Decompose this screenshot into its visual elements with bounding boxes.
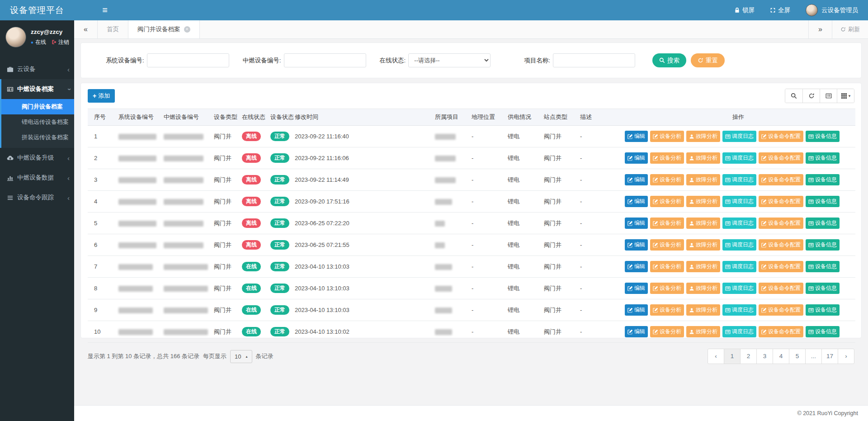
device-command-config-button[interactable]: 设备命令配置 bbox=[759, 326, 803, 337]
edit-button[interactable]: 编辑 bbox=[625, 326, 648, 337]
refresh-tab-button[interactable]: 刷新 bbox=[832, 20, 868, 38]
device-command-config-button[interactable]: 设备命令配置 bbox=[759, 152, 803, 164]
fault-analysis-button[interactable]: 故障分析 bbox=[686, 174, 720, 185]
page-button[interactable]: 2 bbox=[740, 349, 757, 364]
device-info-button[interactable]: 设备信息 bbox=[806, 196, 840, 207]
page-size-select[interactable]: 10 ▴ bbox=[230, 350, 252, 363]
device-info-button[interactable]: 设备信息 bbox=[806, 174, 840, 185]
page-button[interactable]: 3 bbox=[756, 349, 773, 364]
dispatch-log-button[interactable]: 调度日志 bbox=[722, 131, 756, 142]
page-button[interactable]: ... bbox=[805, 349, 822, 364]
edit-button[interactable]: 编辑 bbox=[625, 218, 648, 229]
user-menu[interactable]: 云设备管理员 bbox=[806, 4, 858, 16]
zr-device-no-input[interactable] bbox=[284, 53, 366, 67]
tab-home[interactable]: 首页 bbox=[98, 20, 128, 38]
device-analysis-button[interactable]: 设备分析 bbox=[650, 261, 684, 272]
device-info-button[interactable]: 设备信息 bbox=[806, 218, 840, 229]
edit-button[interactable]: 编辑 bbox=[625, 196, 648, 207]
table-columns-button[interactable]: ▾ bbox=[837, 89, 854, 103]
fault-analysis-button[interactable]: 故障分析 bbox=[686, 283, 720, 294]
device-analysis-button[interactable]: 设备分析 bbox=[650, 304, 684, 316]
dispatch-log-button[interactable]: 调度日志 bbox=[722, 261, 756, 272]
edit-button[interactable]: 编辑 bbox=[625, 304, 648, 316]
table-detail-view-button[interactable] bbox=[820, 89, 837, 103]
dispatch-log-button[interactable]: 调度日志 bbox=[722, 283, 756, 294]
fault-analysis-button[interactable]: 故障分析 bbox=[686, 218, 720, 229]
fault-analysis-button[interactable]: 故障分析 bbox=[686, 152, 720, 164]
tabs-scroll-left-button[interactable]: « bbox=[74, 20, 98, 38]
prev-page-button[interactable]: ‹ bbox=[708, 349, 724, 364]
device-analysis-button[interactable]: 设备分析 bbox=[650, 196, 684, 207]
page-button[interactable]: 17 bbox=[821, 349, 838, 364]
dispatch-log-button[interactable]: 调度日志 bbox=[722, 152, 756, 164]
dispatch-log-button[interactable]: 调度日志 bbox=[722, 239, 756, 251]
edit-button[interactable]: 编辑 bbox=[625, 174, 648, 185]
device-command-config-button[interactable]: 设备命令配置 bbox=[759, 283, 803, 294]
online-status-select[interactable]: --请选择-- bbox=[408, 53, 491, 67]
fault-analysis-button[interactable]: 故障分析 bbox=[686, 196, 720, 207]
add-button[interactable]: + 添加 bbox=[88, 89, 115, 103]
table-search-button[interactable] bbox=[785, 89, 802, 103]
close-tab-icon[interactable]: × bbox=[184, 26, 190, 33]
device-info-button[interactable]: 设备信息 bbox=[806, 239, 840, 251]
device-info-button[interactable]: 设备信息 bbox=[806, 261, 840, 272]
dispatch-log-button[interactable]: 调度日志 bbox=[722, 196, 756, 207]
sidebar-item[interactable]: 中燃设备升级‹ bbox=[0, 148, 74, 168]
search-button[interactable]: 搜索 bbox=[652, 53, 686, 67]
edit-button[interactable]: 编辑 bbox=[625, 131, 648, 142]
project-name-input[interactable] bbox=[553, 53, 635, 67]
device-analysis-button[interactable]: 设备分析 bbox=[650, 239, 684, 251]
table-refresh-button[interactable] bbox=[802, 89, 820, 103]
dispatch-log-button[interactable]: 调度日志 bbox=[722, 304, 756, 316]
device-command-config-button[interactable]: 设备命令配置 bbox=[759, 131, 803, 142]
sidebar-subitem[interactable]: 锂电远传设备档案 bbox=[1, 114, 74, 130]
device-analysis-button[interactable]: 设备分析 bbox=[650, 174, 684, 185]
next-page-button[interactable]: › bbox=[838, 349, 854, 364]
edit-button[interactable]: 编辑 bbox=[625, 239, 648, 251]
sidebar-item[interactable]: 中燃设备数据‹ bbox=[0, 168, 74, 188]
device-command-config-button[interactable]: 设备命令配置 bbox=[759, 239, 803, 251]
fullscreen-button[interactable]: 全屏 bbox=[770, 6, 790, 14]
fault-analysis-button[interactable]: 故障分析 bbox=[686, 239, 720, 251]
device-analysis-button[interactable]: 设备分析 bbox=[650, 326, 684, 337]
device-analysis-button[interactable]: 设备分析 bbox=[650, 131, 684, 142]
device-analysis-button[interactable]: 设备分析 bbox=[650, 283, 684, 294]
edit-button[interactable]: 编辑 bbox=[625, 261, 648, 272]
dispatch-log-button[interactable]: 调度日志 bbox=[722, 218, 756, 229]
sidebar-item[interactable]: 云设备‹ bbox=[0, 59, 74, 79]
sidebar-toggle-button[interactable]: ≡ bbox=[96, 0, 114, 20]
sidebar-item[interactable]: 设备命令跟踪‹ bbox=[0, 188, 74, 208]
device-command-config-button[interactable]: 设备命令配置 bbox=[759, 261, 803, 272]
device-info-button[interactable]: 设备信息 bbox=[806, 131, 840, 142]
fault-analysis-button[interactable]: 故障分析 bbox=[686, 131, 720, 142]
reset-button[interactable]: 重置 bbox=[691, 53, 725, 67]
sidebar-subitem[interactable]: 拼装远传设备档案 bbox=[1, 130, 74, 145]
sidebar-item[interactable]: 中燃设备档案‹ bbox=[0, 79, 74, 99]
device-command-config-button[interactable]: 设备命令配置 bbox=[759, 304, 803, 316]
dispatch-log-button[interactable]: 调度日志 bbox=[722, 326, 756, 337]
logout-link[interactable]: 注销 bbox=[52, 38, 69, 46]
lock-screen-button[interactable]: 锁屏 bbox=[734, 6, 755, 14]
tabs-scroll-right-button[interactable]: » bbox=[808, 20, 832, 38]
fault-analysis-button[interactable]: 故障分析 bbox=[686, 304, 720, 316]
page-button[interactable]: 4 bbox=[773, 349, 789, 364]
page-button[interactable]: 5 bbox=[789, 349, 806, 364]
device-command-config-button[interactable]: 设备命令配置 bbox=[759, 196, 803, 207]
dispatch-log-button[interactable]: 调度日志 bbox=[722, 174, 756, 185]
page-button[interactable]: 1 bbox=[724, 349, 741, 364]
fault-analysis-button[interactable]: 故障分析 bbox=[686, 326, 720, 337]
device-info-button[interactable]: 设备信息 bbox=[806, 283, 840, 294]
sidebar-subitem[interactable]: 阀门井设备档案 bbox=[1, 99, 74, 114]
device-info-button[interactable]: 设备信息 bbox=[806, 152, 840, 164]
edit-button[interactable]: 编辑 bbox=[625, 283, 648, 294]
device-command-config-button[interactable]: 设备命令配置 bbox=[759, 174, 803, 185]
tab-valve-well-archive[interactable]: 阀门井设备档案 × bbox=[128, 20, 200, 38]
device-info-button[interactable]: 设备信息 bbox=[806, 304, 840, 316]
edit-button[interactable]: 编辑 bbox=[625, 152, 648, 164]
device-analysis-button[interactable]: 设备分析 bbox=[650, 218, 684, 229]
device-command-config-button[interactable]: 设备命令配置 bbox=[759, 218, 803, 229]
fault-analysis-button[interactable]: 故障分析 bbox=[686, 261, 720, 272]
device-analysis-button[interactable]: 设备分析 bbox=[650, 152, 684, 164]
system-device-no-input[interactable] bbox=[147, 53, 229, 67]
device-info-button[interactable]: 设备信息 bbox=[806, 326, 840, 337]
